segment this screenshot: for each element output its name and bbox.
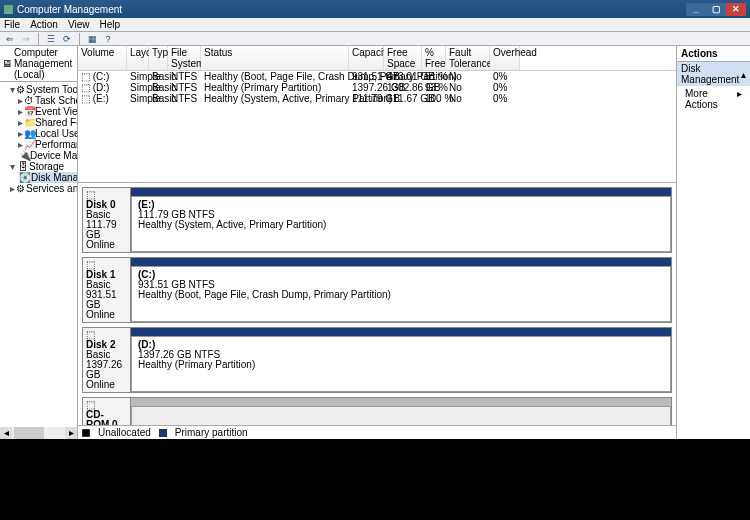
collapse-icon[interactable]: ▴ [741,69,746,80]
tree-storage[interactable]: ▾🗄Storage [2,161,77,172]
nav-tree-pane: 🖥 Computer Management (Local) ▾⚙System T… [0,46,78,439]
disk-row: ⬚CD-ROM 0DVD (F:)No Media [82,397,672,425]
col-pctfree[interactable]: % Free [422,46,446,70]
toolbar-button-2[interactable]: ▦ [86,33,98,45]
actions-section[interactable]: Disk Management ▴ [677,62,750,86]
actions-pane: Actions Disk Management ▴ More Actions ▸ [677,46,750,439]
minimize-button[interactable]: _ [686,3,706,16]
col-type[interactable]: Type [149,46,168,70]
tree-shared-folders[interactable]: ▸📁Shared Folders [2,117,77,128]
help-button[interactable]: ? [102,33,114,45]
back-button[interactable]: ⇐ [4,33,16,45]
menu-action[interactable]: Action [30,19,58,30]
legend-swatch-unallocated [82,429,90,437]
col-capacity[interactable]: Capacity [349,46,384,70]
col-volume[interactable]: Volume [78,46,127,70]
taskbar-area [0,439,750,520]
legend: Unallocated Primary partition [78,425,676,439]
scroll-thumb[interactable] [14,427,44,439]
tree-performance[interactable]: ▸📈Performance [2,139,77,150]
refresh-button[interactable]: ⟳ [61,33,73,45]
toolbar-button-1[interactable]: ☰ [45,33,57,45]
maximize-button[interactable]: ▢ [706,3,726,16]
disk-row: ⬚Disk 1Basic931.51 GBOnline(C:)931.51 GB… [82,257,672,323]
storage-icon: 🗄 [18,161,28,172]
center-pane: Volume Layout Type File System Status Ca… [78,46,677,439]
actions-more[interactable]: More Actions ▸ [677,86,750,112]
disk-row: ⬚Disk 2Basic1397.26 GBOnline(D:)1397.26 … [82,327,672,393]
menu-bar: File Action View Help [0,18,750,32]
forward-button[interactable]: ⇒ [20,33,32,45]
col-faulttol[interactable]: Fault Tolerance [446,46,490,70]
volume-row[interactable]: ⬚ (E:)SimpleBasicNTFSHealthy (System, Ac… [78,93,676,104]
window-title: Computer Management [17,4,122,15]
menu-file[interactable]: File [4,19,20,30]
chevron-right-icon: ▸ [737,88,742,110]
disk-info[interactable]: ⬚Disk 1Basic931.51 GBOnline [83,258,131,322]
drive-icon: ⬚ [81,93,90,104]
volume-table: Volume Layout Type File System Status Ca… [78,46,676,183]
tree-device-manager[interactable]: 🔌Device Manager [2,150,77,161]
disk-partition[interactable]: (D:)1397.26 GB NTFSHealthy (Primary Part… [131,328,671,392]
legend-primary: Primary partition [175,427,248,438]
app-icon [4,5,13,14]
col-status[interactable]: Status [201,46,349,70]
disk-row: ⬚Disk 0Basic111.79 GBOnline(E:)111.79 GB… [82,187,672,253]
toolbar: ⇐ ⇒ ☰ ⟳ ▦ ? [0,32,750,46]
disk-info[interactable]: ⬚Disk 2Basic1397.26 GBOnline [83,328,131,392]
menu-help[interactable]: Help [99,19,120,30]
col-layout[interactable]: Layout [127,46,149,70]
folder-icon: 📁 [24,117,34,128]
wrench-icon: ⚙ [16,84,25,95]
tree-system-tools[interactable]: ▾⚙System Tools [2,84,77,95]
volume-row[interactable]: ⬚ (C:)SimpleBasicNTFSHealthy (Boot, Page… [78,71,676,82]
tree-task-scheduler[interactable]: ▸⏱Task Scheduler [2,95,77,106]
nav-root[interactable]: 🖥 Computer Management (Local) [0,46,77,82]
event-icon: 📅 [24,106,34,117]
title-bar[interactable]: Computer Management _ ▢ ✕ [0,0,750,18]
nav-hscrollbar[interactable]: ◂ ▸ [0,427,77,439]
scroll-right-button[interactable]: ▸ [65,427,77,439]
volume-table-header[interactable]: Volume Layout Type File System Status Ca… [78,46,676,71]
disk-partition[interactable] [131,398,671,425]
perf-icon: 📈 [24,139,34,150]
disk-partition[interactable]: (C:)931.51 GB NTFSHealthy (Boot, Page Fi… [131,258,671,322]
col-filesystem[interactable]: File System [168,46,201,70]
legend-unallocated: Unallocated [98,427,151,438]
actions-title: Actions [677,46,750,62]
col-overhead[interactable]: Overhead [490,46,520,70]
services-icon: ⚙ [16,183,25,194]
tree-event-viewer[interactable]: ▸📅Event Viewer [2,106,77,117]
tree-services[interactable]: ▸⚙Services and Applications [2,183,77,194]
tree-disk-management[interactable]: 💽Disk Management [2,172,77,183]
volume-row[interactable]: ⬚ (D:)SimpleBasicNTFSHealthy (Primary Pa… [78,82,676,93]
computer-icon: 🖥 [2,58,12,69]
col-free[interactable]: Free Space [384,46,422,70]
disk-icon: 💽 [19,172,29,183]
disk-graphical-view: ⬚Disk 0Basic111.79 GBOnline(E:)111.79 GB… [78,183,676,425]
close-button[interactable]: ✕ [726,3,746,16]
disk-info[interactable]: ⬚CD-ROM 0DVD (F:)No Media [83,398,131,425]
device-icon: 🔌 [19,150,29,161]
tree-local-users[interactable]: ▸👥Local Users and Groups [2,128,77,139]
users-icon: 👥 [24,128,34,139]
drive-icon: ⬚ [81,71,90,82]
scroll-left-button[interactable]: ◂ [0,427,12,439]
legend-swatch-primary [159,429,167,437]
clock-icon: ⏱ [24,95,34,106]
drive-icon: ⬚ [81,82,90,93]
disk-info[interactable]: ⬚Disk 0Basic111.79 GBOnline [83,188,131,252]
disk-partition[interactable]: (E:)111.79 GB NTFSHealthy (System, Activ… [131,188,671,252]
menu-view[interactable]: View [68,19,90,30]
